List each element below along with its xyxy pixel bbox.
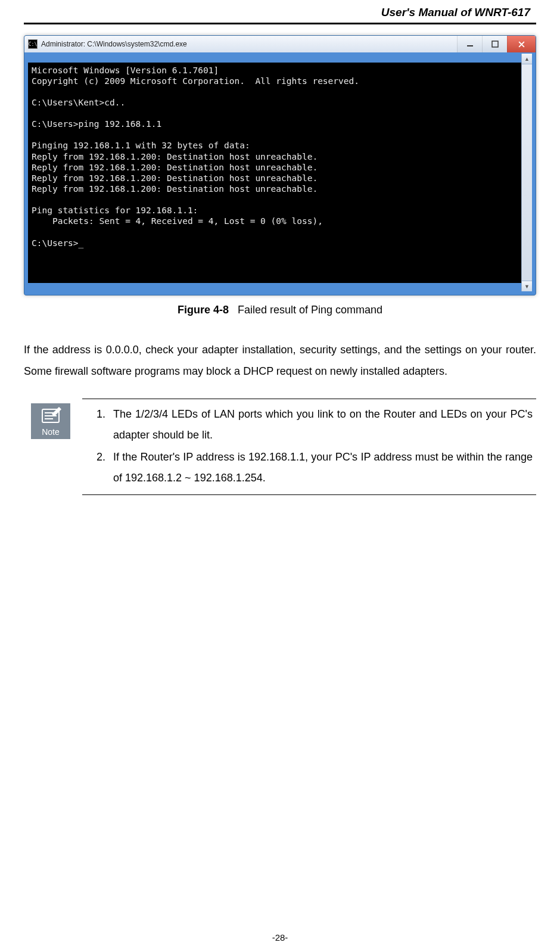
body-paragraph: If the address is 0.0.0.0, check your ad… <box>24 339 536 382</box>
minimize-icon <box>466 41 474 48</box>
figure-caption-text: Failed result of Ping command <box>238 304 382 316</box>
close-icon <box>518 41 525 48</box>
note-badge: Note <box>31 403 70 439</box>
page-header-title: User's Manual of WNRT-617 <box>24 6 536 23</box>
note-content: The 1/2/3/4 LEDs of LAN ports which you … <box>82 399 536 495</box>
cmd-client-area: Microsoft Windows [Version 6.1.7601] Cop… <box>24 52 536 295</box>
minimize-button[interactable] <box>457 36 482 52</box>
window-buttons <box>457 36 536 52</box>
maximize-icon <box>491 41 499 48</box>
cmd-title-text: Administrator: C:\Windows\system32\cmd.e… <box>41 40 187 48</box>
cmd-window: C:\ Administrator: C:\Windows\system32\c… <box>24 35 536 295</box>
note-badge-label: Note <box>31 427 70 437</box>
cmd-title-left: C:\ Administrator: C:\Windows\system32\c… <box>28 39 187 49</box>
note-list-item: The 1/2/3/4 LEDs of LAN ports which you … <box>108 404 533 446</box>
scrollbar[interactable]: ▲ ▼ <box>521 54 532 291</box>
svg-rect-0 <box>467 45 473 46</box>
note-icon <box>39 407 63 426</box>
note-list: The 1/2/3/4 LEDs of LAN ports which you … <box>82 404 533 489</box>
page-number: -28- <box>0 932 560 942</box>
figure-caption: Figure 4-8 Failed result of Ping command <box>24 304 536 316</box>
cmd-titlebar: C:\ Administrator: C:\Windows\system32\c… <box>24 36 536 52</box>
svg-rect-1 <box>492 41 498 47</box>
close-button[interactable] <box>507 36 536 52</box>
note-block: Note The 1/2/3/4 LEDs of LAN ports which… <box>31 399 536 495</box>
header-rule <box>24 23 536 24</box>
figure-label: Figure 4-8 <box>178 304 229 316</box>
scroll-up-icon: ▲ <box>522 54 532 64</box>
note-list-item: If the Router's IP address is 192.168.1.… <box>108 447 533 489</box>
cmd-prompt-icon: C:\ <box>28 39 38 49</box>
cmd-output: Microsoft Windows [Version 6.1.7601] Cop… <box>28 63 532 283</box>
scroll-down-icon: ▼ <box>522 281 532 291</box>
maximize-button[interactable] <box>482 36 507 52</box>
